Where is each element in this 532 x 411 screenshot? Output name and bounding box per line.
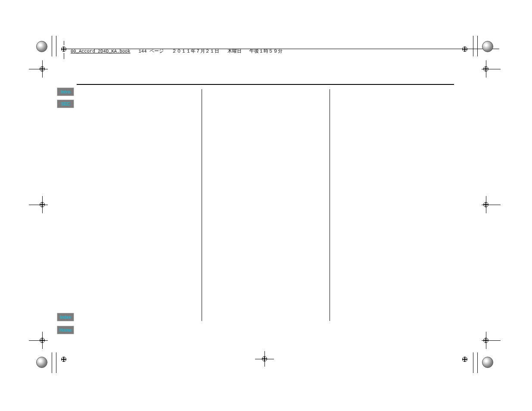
nav-tab-home-label: Home [59,328,72,333]
crop-mark [64,53,64,59]
registration-dot-icon [482,357,493,368]
crop-mark [64,41,64,45]
crop-mark [66,49,499,49]
nav-tab-intro[interactable]: Intro [57,87,74,96]
registration-crosshair-icon [40,66,45,72]
registration-crosshair-icon [61,357,66,362]
print-date: ２０１１年７月２１日 [172,49,219,54]
registration-dot-icon [482,41,493,52]
crop-mark [29,69,48,69]
registration-dot-icon [36,357,47,368]
crop-mark [477,36,478,56]
nav-tab-home[interactable]: Home [57,326,74,334]
print-time: 午後１時５９分 [249,49,283,54]
nav-tab-sec[interactable]: SEC [57,100,74,108]
registration-crosshair-icon [40,202,45,207]
column-divider-2 [330,89,330,321]
column-divider-1 [202,89,202,321]
registration-crosshair-icon [61,47,66,52]
registration-crosshair-icon [483,338,488,343]
crop-mark [52,36,52,56]
registration-crosshair-icon [483,202,488,207]
nav-tab-index[interactable]: Index [57,313,74,321]
crop-mark [56,352,56,373]
nav-tab-sec-label: SEC [61,102,70,106]
crop-mark [56,36,56,56]
registration-dot-icon [36,41,47,52]
crop-mark [52,352,52,373]
crop-mark [29,340,48,341]
crop-mark [29,205,48,205]
book-file-name: 00_Accord 2D4D_KA.book [71,49,131,54]
registration-crosshair-icon [483,66,488,72]
print-job-header: 00_Accord 2D4D_KA.book 144 ページ ２０１１年７月２１… [71,48,283,54]
crop-mark [473,36,473,56]
crop-mark [477,352,478,373]
print-weekday: 木曜日 [227,49,242,54]
page-top-rule [77,84,454,85]
nav-tab-intro-label: Intro [61,90,70,94]
registration-crosshair-icon [462,357,467,362]
registration-crosshair-icon [462,47,467,52]
page-label: 144 ページ [139,49,164,54]
nav-tab-index-label: Index [60,315,71,320]
registration-crosshair-icon [40,338,45,343]
crop-mark [473,352,473,373]
registration-crosshair-icon [262,356,267,361]
